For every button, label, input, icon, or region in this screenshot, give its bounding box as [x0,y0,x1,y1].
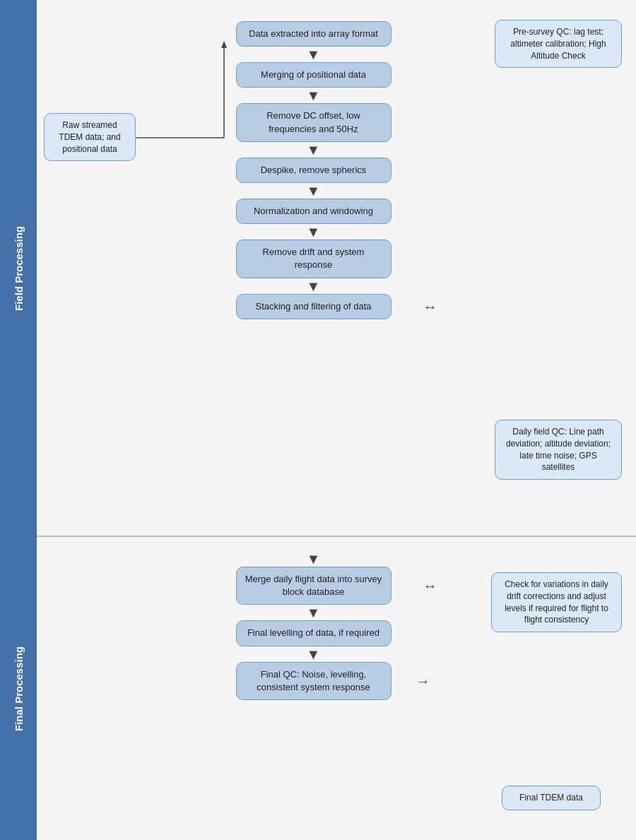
daily-qc-box: Daily field QC: Line path deviation; alt… [495,420,622,480]
final-tdem-box: Final TDEM data [502,786,601,810]
arrow-2: ▼ [307,88,321,103]
final-section: Check for variations in daily drift corr… [37,537,636,840]
arrow-8: ▼ [307,605,321,620]
check-variations-text: Check for variations in daily drift corr… [491,572,622,632]
raw-data-box: Raw streamed TDEM data; and positional d… [44,113,136,161]
arrow-7: ▼ [307,551,321,567]
main-content: Raw streamed TDEM data; and positional d… [37,0,636,840]
final-qc-box: Final QC: Noise, levelling, consistent s… [236,662,391,700]
arrow-6: ▼ [307,278,321,294]
arrow-9: ▼ [307,646,321,662]
arrow-3: ▼ [307,142,321,158]
check-variations-box: Check for variations in daily drift corr… [491,572,622,632]
array-format-box: Data extracted into array format [236,21,391,47]
field-processing-label: Field Processing [0,0,37,537]
pre-survey-qc-box: Pre-survey QC: lag test; altimeter calib… [495,20,622,68]
stacking-box: Stacking and filtering of data [236,294,391,319]
arrow-4: ▼ [307,183,321,199]
field-section: Raw streamed TDEM data; and positional d… [37,0,636,537]
despike-box: Despike, remove spherics [236,158,391,183]
raw-data-text: Raw streamed TDEM data; and positional d… [44,113,136,161]
label-column: Field Processing Final Processing [0,0,37,840]
final-processing-label: Final Processing [0,537,37,840]
arrow-5: ▼ [307,224,321,239]
final-qc-arrow: → [416,673,430,689]
remove-drift-box: Remove drift and system response [236,239,391,278]
final-tdem-text: Final TDEM data [502,786,601,810]
arrow-1: ▼ [307,47,321,62]
merging-box: Merging of positional data [236,62,391,88]
final-levelling-box: Final levelling of data, if required [236,620,391,646]
merge-arrow: ↔ [423,578,437,594]
stacking-arrow: ↔ [423,298,437,314]
merge-daily-box: Merge daily flight data into survey bloc… [236,567,391,605]
daily-qc-text: Daily field QC: Line path deviation; alt… [495,420,622,480]
diagram-container: Field Processing Final Processing Raw st… [0,0,636,840]
normalization-box: Normalization and windowing [236,199,391,224]
pre-survey-qc-text: Pre-survey QC: lag test; altimeter calib… [495,20,622,68]
remove-dc-box: Remove DC offset, low frequencies and 50… [236,103,391,141]
